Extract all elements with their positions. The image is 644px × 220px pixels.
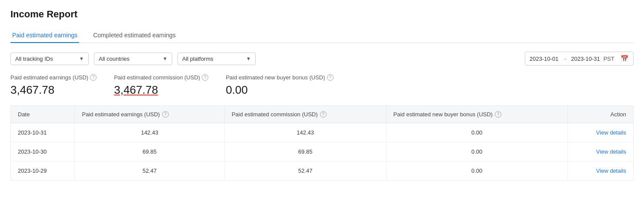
summary-earnings: Paid estimated earnings (USD) ? 3,467.78 [10, 74, 97, 97]
cell-earnings: 142.43 [75, 123, 224, 142]
tracking-ids-filter[interactable]: All tracking IDs ▼ [10, 53, 89, 65]
commission-info-icon[interactable]: ? [202, 74, 208, 81]
cell-date: 2023-10-29 [11, 161, 75, 181]
date-start: 2023-10-01 [530, 56, 559, 62]
platforms-filter[interactable]: All platforms ▼ [177, 53, 256, 65]
col-header-commission: Paid estimated commission (USD) ? [224, 106, 386, 123]
calendar-icon: 📅 [621, 55, 629, 62]
col-earnings-info-icon[interactable]: ? [162, 111, 169, 118]
cell-new-buyer-bonus: 0.00 [386, 142, 567, 161]
tracking-ids-chevron-icon: ▼ [79, 56, 84, 61]
timezone-label: PST [604, 56, 614, 62]
tab-completed-estimated[interactable]: Completed estimated earnings [91, 28, 177, 43]
col-header-date: Date [11, 106, 75, 123]
filters-row: All tracking IDs ▼ All countries ▼ All p… [10, 52, 634, 66]
view-details-link[interactable]: View details [596, 129, 626, 136]
col-header-earnings: Paid estimated earnings (USD) ? [75, 106, 224, 123]
view-details-link[interactable]: View details [596, 167, 626, 174]
tracking-ids-label: All tracking IDs [15, 56, 53, 62]
col-bonus-info-icon[interactable]: ? [495, 111, 501, 118]
cell-date: 2023-10-30 [11, 142, 75, 161]
cell-action: View details [567, 123, 633, 142]
cell-action: View details [567, 142, 633, 161]
summary-row: Paid estimated earnings (USD) ? 3,467.78… [10, 74, 634, 97]
summary-earnings-label: Paid estimated earnings (USD) ? [10, 74, 97, 81]
tabs-container: Paid estimated earnings Completed estima… [10, 28, 634, 43]
date-range-picker[interactable]: 2023-10-01 → 2023-10-31 PST 📅 [525, 52, 634, 66]
cell-new-buyer-bonus: 0.00 [386, 123, 567, 142]
summary-commission: Paid estimated commission (USD) ? 3,467.… [114, 74, 208, 97]
cell-action: View details [567, 161, 633, 181]
col-header-new-buyer-bonus: Paid estimated new buyer bonus (USD) ? [386, 106, 567, 123]
col-commission-info-icon[interactable]: ? [320, 111, 327, 118]
cell-commission: 69.85 [224, 142, 386, 161]
summary-earnings-value: 3,467.78 [10, 83, 97, 97]
new-buyer-bonus-info-icon[interactable]: ? [327, 74, 334, 81]
table-header-row: Date Paid estimated earnings (USD) ? Pai… [11, 106, 634, 123]
countries-label: All countries [99, 56, 130, 62]
cell-new-buyer-bonus: 0.00 [386, 161, 567, 181]
countries-filter[interactable]: All countries ▼ [94, 53, 172, 65]
summary-new-buyer-bonus-value: 0.00 [226, 83, 333, 97]
view-details-link[interactable]: View details [596, 148, 626, 155]
cell-earnings: 52.47 [75, 161, 224, 181]
summary-commission-value: 3,467.78 [114, 83, 208, 97]
table-row: 2023-10-31142.43142.430.00View details [11, 123, 634, 142]
page-title: Income Report [10, 9, 634, 20]
tab-paid-estimated[interactable]: Paid estimated earnings [10, 28, 79, 43]
earnings-info-icon[interactable]: ? [90, 74, 97, 81]
table-row: 2023-10-2952.4752.470.00View details [11, 161, 634, 181]
date-end: 2023-10-31 [571, 56, 600, 62]
table-row: 2023-10-3069.8569.850.00View details [11, 142, 634, 161]
summary-commission-label: Paid estimated commission (USD) ? [114, 74, 208, 81]
date-separator: → [562, 56, 567, 62]
summary-new-buyer-bonus: Paid estimated new buyer bonus (USD) ? 0… [226, 74, 333, 97]
col-header-action: Action [567, 106, 633, 123]
cell-commission: 142.43 [224, 123, 386, 142]
platforms-chevron-icon: ▼ [246, 56, 251, 61]
cell-earnings: 69.85 [75, 142, 224, 161]
platforms-label: All platforms [182, 56, 214, 62]
cell-commission: 52.47 [224, 161, 386, 181]
income-table: Date Paid estimated earnings (USD) ? Pai… [10, 105, 634, 181]
countries-chevron-icon: ▼ [163, 56, 167, 61]
summary-new-buyer-bonus-label: Paid estimated new buyer bonus (USD) ? [226, 74, 333, 81]
cell-date: 2023-10-31 [11, 123, 75, 142]
